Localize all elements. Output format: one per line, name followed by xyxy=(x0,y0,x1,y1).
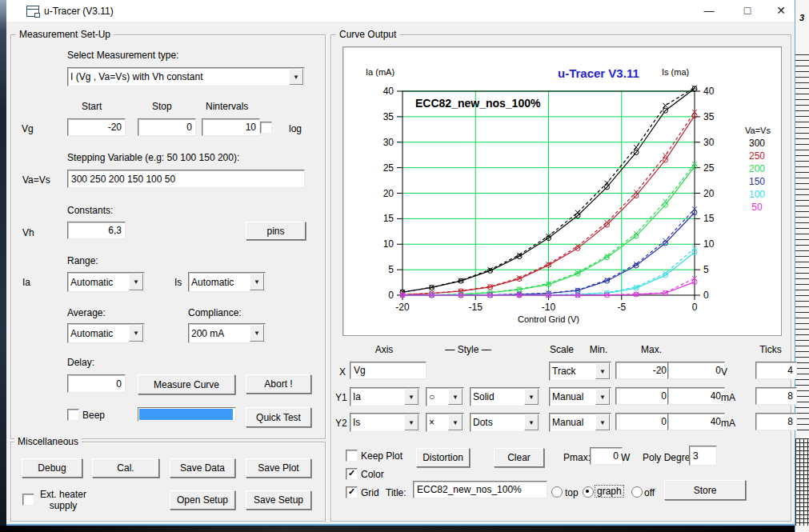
debug-button[interactable]: Debug xyxy=(22,458,82,478)
chevron-down-icon: ▼ xyxy=(250,325,264,342)
ia-range-select[interactable]: Automatic ▼ xyxy=(67,272,145,292)
is-range-value: Automatic xyxy=(189,273,249,291)
minimize-button[interactable]: — xyxy=(695,0,723,21)
svg-text:30: 30 xyxy=(383,137,394,148)
delay-label: Delay: xyxy=(67,357,94,368)
save-data-button[interactable]: Save Data xyxy=(170,458,235,478)
y1-ticks-field[interactable]: 8 xyxy=(755,387,797,405)
is-range-select[interactable]: Automatic ▼ xyxy=(188,272,266,292)
average-select[interactable]: Automatic ▼ xyxy=(67,323,145,343)
average-value: Automatic xyxy=(68,324,128,342)
log-checkbox[interactable]: ✓ xyxy=(260,122,272,134)
window-title: u-Tracer (V3.11) xyxy=(44,6,114,17)
svg-text:50: 50 xyxy=(751,202,763,213)
save-setup-button[interactable]: Save Setup xyxy=(246,490,311,510)
title-top-radio-label[interactable]: top xyxy=(565,487,579,498)
title-label: Title: xyxy=(386,487,407,498)
quick-test-button[interactable]: Quick Test xyxy=(246,407,311,427)
vg-start-field[interactable]: -20 xyxy=(67,118,126,136)
svg-text:10: 10 xyxy=(383,238,394,250)
maximize-icon: □ xyxy=(744,4,751,17)
close-button[interactable]: ✕ xyxy=(767,0,795,21)
ext-heater-checkbox[interactable]: ✓ xyxy=(22,494,34,506)
y2-scale-select[interactable]: Manual ▼ xyxy=(549,413,611,432)
app-icon[interactable] xyxy=(26,6,39,17)
abort-button[interactable]: Abort ! xyxy=(246,374,311,394)
y2-style-select[interactable]: Dots ▼ xyxy=(470,413,540,432)
y2-marker-select[interactable]: × ▼ xyxy=(426,413,464,432)
pins-button[interactable]: pins xyxy=(246,222,306,240)
title-graph-radio[interactable] xyxy=(583,486,594,498)
cal-button[interactable]: Cal. xyxy=(92,458,159,478)
vavs-label: Va=Vs xyxy=(22,174,50,186)
start-column-label: Start xyxy=(82,101,102,112)
x-scale-select[interactable]: Track ▼ xyxy=(549,362,611,381)
svg-text:-10: -10 xyxy=(542,302,556,313)
y1-axis-select[interactable]: Ia ▼ xyxy=(350,387,420,406)
y2-max-field[interactable]: 40 xyxy=(667,413,725,430)
background-window-text: 3 xyxy=(799,13,804,22)
plot-title-field[interactable]: ECC82_new_nos_100% xyxy=(413,481,547,498)
y2-ticks-field[interactable]: 8 xyxy=(755,413,797,430)
title-top-radio[interactable] xyxy=(551,486,563,498)
title-off-radio[interactable] xyxy=(631,486,643,498)
title-graph-radio-label[interactable]: graph xyxy=(595,485,624,498)
progress-bar xyxy=(138,407,236,422)
store-button[interactable]: Store xyxy=(664,480,746,500)
pmax-unit-label: W xyxy=(621,452,630,463)
select-measurement-type-label: Select Measurement type: xyxy=(67,50,178,61)
grid-checkbox[interactable]: ✓ xyxy=(346,486,358,498)
chevron-down-icon: ▼ xyxy=(289,69,303,85)
x-axis-field[interactable]: Vg xyxy=(350,362,427,379)
average-label: Average: xyxy=(67,307,106,318)
chevron-down-icon: ▼ xyxy=(404,389,419,405)
y2-axis-select[interactable]: Is ▼ xyxy=(350,413,420,432)
y1-scale-value: Manual xyxy=(550,388,595,406)
vg-nintervals-field[interactable]: 10 xyxy=(202,118,260,136)
y1-marker-select[interactable]: ○ ▼ xyxy=(426,387,464,406)
poly-degree-field[interactable]: 3 xyxy=(689,446,717,466)
x-row-label: X xyxy=(339,366,346,378)
measurement-type-select[interactable]: I (Vg , Va=Vs) with Vh constant ▼ xyxy=(67,67,305,86)
distortion-button[interactable]: Distortion xyxy=(416,448,470,467)
x-max-field[interactable]: 0 xyxy=(667,362,725,379)
measure-curve-button[interactable]: Measure Curve xyxy=(138,374,235,394)
clear-button[interactable]: Clear xyxy=(494,448,544,467)
screen: 3 u-Tracer (V3.11) — □ ✕ Measurement Set… xyxy=(0,0,809,532)
beep-checkbox[interactable]: ✓ xyxy=(67,409,79,421)
y1-scale-select[interactable]: Manual ▼ xyxy=(549,387,611,406)
y2-min-field[interactable]: 0 xyxy=(615,413,671,430)
stepping-variable-field[interactable]: 300 250 200 150 100 50 xyxy=(67,170,305,188)
y1-axis-value: Ia xyxy=(350,388,403,406)
range-label: Range: xyxy=(67,255,98,266)
svg-text:Is (ma): Is (ma) xyxy=(662,67,689,77)
svg-text:5: 5 xyxy=(703,264,709,275)
pmax-field[interactable]: 0 xyxy=(590,447,623,465)
chevron-down-icon: ▼ xyxy=(595,363,610,379)
save-plot-button[interactable]: Save Plot xyxy=(246,458,311,478)
keep-plot-checkbox[interactable]: ✓ xyxy=(346,450,358,462)
y1-style-select[interactable]: Solid ▼ xyxy=(470,387,540,406)
x-ticks-field[interactable]: 4 xyxy=(755,362,797,379)
maximize-button[interactable]: □ xyxy=(733,0,762,21)
beep-label: Beep xyxy=(82,410,105,421)
open-setup-button[interactable]: Open Setup xyxy=(170,490,235,510)
chevron-down-icon: ▼ xyxy=(448,414,463,430)
check-icon: ✓ xyxy=(348,486,355,497)
color-checkbox[interactable]: ✓ xyxy=(346,468,358,480)
svg-text:-5: -5 xyxy=(617,302,626,313)
svg-text:35: 35 xyxy=(703,111,715,122)
y1-max-field[interactable]: 40 xyxy=(667,387,725,405)
y1-min-field[interactable]: 0 xyxy=(615,387,671,405)
vg-label: Vg xyxy=(22,123,34,134)
ia-range-label: Ia xyxy=(22,277,30,288)
delay-field[interactable]: 0 xyxy=(67,374,126,393)
chevron-down-icon: ▼ xyxy=(524,414,539,430)
vg-stop-field[interactable]: 0 xyxy=(138,118,196,136)
compliance-value: 200 mA xyxy=(189,324,249,342)
vh-field[interactable]: 6,3 xyxy=(67,222,126,239)
svg-text:Control Grid (V): Control Grid (V) xyxy=(518,314,579,324)
title-off-radio-label[interactable]: off xyxy=(644,487,655,498)
x-min-field[interactable]: -20 xyxy=(615,362,671,379)
compliance-select[interactable]: 200 mA ▼ xyxy=(188,323,266,343)
